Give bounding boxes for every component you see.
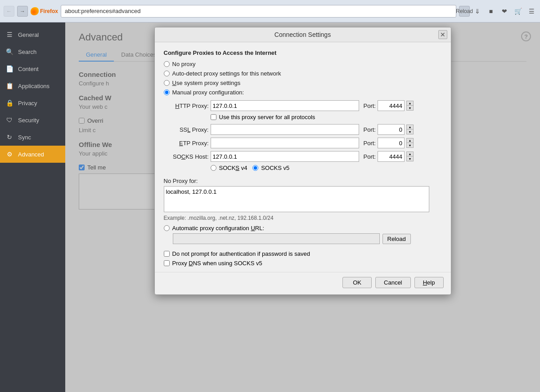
socks-host-row: SOCKS Host: Port: ▲ ▼ bbox=[164, 151, 442, 162]
socks-host-input[interactable] bbox=[211, 151, 359, 162]
sidebar-item-search[interactable]: 🔍 Search bbox=[0, 43, 65, 60]
http-proxy-input[interactable] bbox=[211, 100, 359, 111]
socks-version-row: SOCKS v4 SOCKS v5 bbox=[211, 165, 442, 174]
forward-button[interactable]: → bbox=[17, 6, 28, 17]
connection-settings-dialog: Connection Settings ✕ Configure Proxies … bbox=[154, 27, 451, 295]
auth-checkbox-2[interactable] bbox=[164, 260, 170, 266]
privacy-icon: 🔒 bbox=[5, 99, 14, 107]
spinner-down[interactable]: ▼ bbox=[407, 106, 413, 110]
spinner-down[interactable]: ▼ bbox=[407, 156, 413, 161]
spinner-down[interactable]: ▼ bbox=[407, 143, 413, 147]
radio-no-proxy-input[interactable] bbox=[164, 61, 170, 67]
sidebar-item-label: Sync bbox=[18, 134, 31, 141]
ftp-proxy-row: ETP Proxy: Port: ▲ ▼ bbox=[164, 138, 442, 148]
http-proxy-label: HTTP Proxy: bbox=[164, 102, 209, 109]
sidebar-item-content[interactable]: 📄 Content bbox=[0, 60, 65, 77]
sidebar-item-privacy[interactable]: 🔒 Privacy bbox=[0, 94, 65, 111]
http-port-input[interactable] bbox=[378, 100, 405, 111]
ftp-port-spinner[interactable]: ▲ ▼ bbox=[406, 138, 414, 148]
content-area: Advanced ? General Data Choices Network … bbox=[65, 22, 540, 392]
socks-port-spinner[interactable]: ▲ ▼ bbox=[406, 151, 414, 161]
auto-proxy-label: Automatic proxy configuration URL: bbox=[172, 225, 265, 232]
socks-v5-radio[interactable]: SOCKS v5 bbox=[252, 165, 289, 171]
radio-manual-proxy[interactable]: Manual proxy configuration: bbox=[164, 89, 442, 96]
no-proxy-textarea[interactable]: localhost, 127.0.0.1 bbox=[164, 186, 429, 212]
radio-no-proxy-label: No proxy bbox=[172, 61, 196, 67]
sidebar-item-label: General bbox=[18, 31, 39, 38]
use-for-all-checkbox[interactable] bbox=[211, 114, 216, 120]
no-proxy-example: Example: .mozilla.org, .net.nz, 192.168.… bbox=[164, 215, 442, 221]
radio-manual-proxy-label: Manual proxy configuration: bbox=[172, 89, 244, 96]
url-text: about:preferences#advanced bbox=[65, 8, 140, 14]
auto-proxy-row: Automatic proxy configuration URL: bbox=[164, 225, 442, 232]
auto-proxy-input[interactable] bbox=[173, 233, 380, 244]
spinner-down[interactable]: ▼ bbox=[407, 129, 413, 134]
dialog-footer: OK Cancel Help bbox=[155, 272, 451, 294]
ssl-port-spinner[interactable]: ▲ ▼ bbox=[406, 125, 414, 134]
auto-proxy-radio-input[interactable] bbox=[164, 225, 170, 231]
menu-icon[interactable]: ☰ bbox=[526, 6, 536, 16]
spinner-up[interactable]: ▲ bbox=[407, 101, 413, 106]
http-port-label: Port: bbox=[364, 102, 376, 109]
sidebar-item-general[interactable]: ☰ General bbox=[0, 26, 65, 43]
firefox-label: Firefox bbox=[40, 8, 58, 14]
sidebar: ☰ General 🔍 Search 📄 Content 📋 Applicati… bbox=[0, 22, 65, 392]
ftp-port-label: Port: bbox=[364, 140, 376, 147]
ssl-port-label: Port: bbox=[364, 126, 376, 133]
ftp-port-input[interactable] bbox=[378, 138, 405, 148]
address-bar[interactable]: about:preferences#advanced bbox=[61, 5, 456, 18]
socks-port-input[interactable] bbox=[378, 151, 405, 162]
sidebar-item-security[interactable]: 🛡 Security bbox=[0, 111, 65, 129]
socks-v4-input[interactable] bbox=[211, 165, 216, 171]
radio-no-proxy[interactable]: No proxy bbox=[164, 61, 442, 67]
pocket-icon[interactable]: ❤ bbox=[500, 6, 509, 16]
auth-label-2: Proxy DNS when using SOCKS v5 bbox=[172, 260, 262, 267]
spinner-up[interactable]: ▲ bbox=[407, 152, 413, 156]
socks-v5-input[interactable] bbox=[252, 165, 258, 171]
socks-v5-label: SOCKS v5 bbox=[261, 165, 289, 171]
ssl-proxy-label: SSL Proxy: bbox=[164, 126, 209, 133]
socks-host-label: SOCKS Host: bbox=[164, 153, 209, 160]
spinner-up[interactable]: ▲ bbox=[407, 138, 413, 143]
ftp-proxy-input[interactable] bbox=[211, 138, 359, 148]
bookmarks-icon[interactable]: ■ bbox=[486, 6, 496, 16]
shopping-icon[interactable]: 🛒 bbox=[513, 6, 523, 16]
proxy-grid: HTTP Proxy: Port: ▲ ▼ Use bbox=[164, 100, 442, 174]
sidebar-item-label: Search bbox=[18, 49, 36, 55]
sidebar-item-label: Advanced bbox=[18, 151, 44, 158]
dialog-section-title: Configure Proxies to Access the Internet bbox=[164, 49, 442, 56]
auth-checkbox-row-2: Proxy DNS when using SOCKS v5 bbox=[164, 260, 442, 267]
http-port-spinner[interactable]: ▲ ▼ bbox=[406, 101, 414, 111]
cancel-button[interactable]: Cancel bbox=[375, 277, 410, 288]
ok-button[interactable]: OK bbox=[342, 277, 372, 288]
auth-checkbox-1[interactable] bbox=[164, 251, 170, 257]
firefox-icon bbox=[31, 7, 39, 15]
radio-system-proxy[interactable]: Use system proxy settings bbox=[164, 80, 442, 86]
radio-manual-proxy-input[interactable] bbox=[164, 89, 170, 95]
radio-system-proxy-label: Use system proxy settings bbox=[172, 80, 241, 86]
ssl-proxy-input[interactable] bbox=[211, 124, 359, 135]
use-for-all-label: Use this proxy server for all protocols bbox=[219, 114, 315, 120]
downloads-icon[interactable]: ⇓ bbox=[472, 6, 482, 16]
radio-auto-detect-input[interactable] bbox=[164, 71, 170, 76]
help-button[interactable]: Help bbox=[414, 277, 444, 288]
reload-button[interactable]: Reload bbox=[459, 6, 470, 17]
toolbar-icons: ⇓ ■ ❤ 🛒 ☰ bbox=[472, 6, 536, 16]
reload-button[interactable]: Reload bbox=[382, 234, 411, 244]
ssl-port-input[interactable] bbox=[378, 124, 405, 135]
sidebar-item-applications[interactable]: 📋 Applications bbox=[0, 77, 65, 94]
radio-system-proxy-input[interactable] bbox=[164, 80, 170, 86]
back-button[interactable]: ← bbox=[4, 6, 14, 17]
socks-v4-label: SOCKS v4 bbox=[219, 165, 248, 171]
ftp-proxy-label: ETP Proxy: bbox=[164, 140, 209, 147]
socks-v4-radio[interactable]: SOCKS v4 bbox=[211, 165, 248, 171]
sidebar-item-advanced[interactable]: ⚙ Advanced bbox=[0, 146, 65, 163]
radio-auto-detect[interactable]: Auto-detect proxy settings for this netw… bbox=[164, 70, 442, 77]
advanced-icon: ⚙ bbox=[5, 150, 14, 158]
no-proxy-label: No Proxy for: bbox=[164, 178, 442, 184]
spinner-up[interactable]: ▲ bbox=[407, 125, 413, 129]
dialog-close-button[interactable]: ✕ bbox=[438, 30, 447, 39]
ssl-proxy-row: SSL Proxy: Port: ▲ ▼ bbox=[164, 124, 442, 135]
sidebar-item-sync[interactable]: ↻ Sync bbox=[0, 129, 65, 146]
auth-label-1: Do not prompt for authentication if pass… bbox=[172, 250, 310, 257]
